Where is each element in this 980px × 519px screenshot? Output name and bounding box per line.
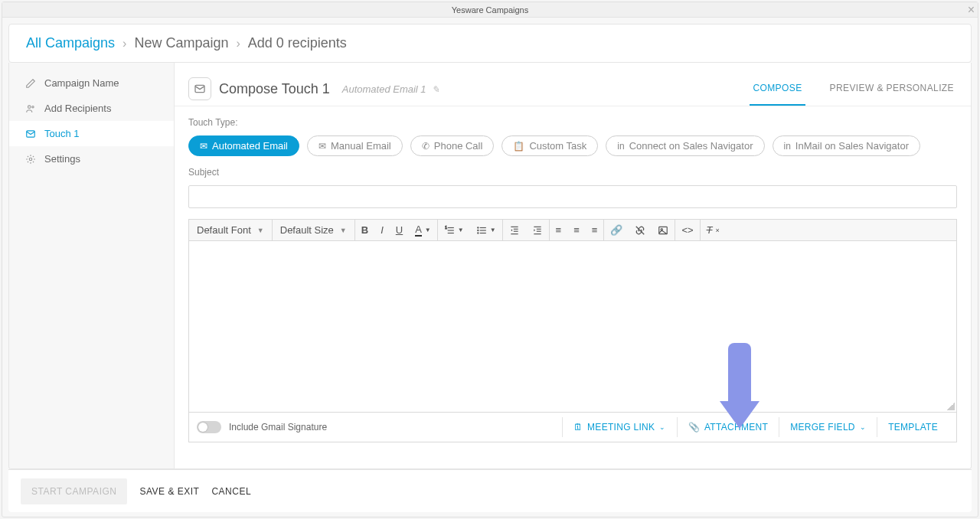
chevron-down-icon: ▼ — [257, 227, 264, 234]
link-button[interactable]: 🔗 — [604, 220, 629, 240]
calendar-icon: 🗓 — [573, 422, 583, 432]
chip-custom-task[interactable]: 📋 Custom Task — [501, 135, 598, 156]
bottom-bar: START CAMPAIGN SAVE & EXIT CANCEL — [8, 469, 972, 512]
image-button[interactable] — [652, 221, 675, 240]
unlink-button[interactable] — [629, 221, 652, 240]
sidebar-item-add-recipients[interactable]: Add Recipients — [9, 96, 174, 121]
start-campaign-button: START CAMPAIGN — [21, 478, 127, 504]
compose-header-left: Compose Touch 1 Automated Email 1 ✎ — [188, 77, 439, 100]
font-family-select[interactable]: Default Font ▼ — [189, 220, 272, 240]
body: Campaign Name Add Recipients Touch 1 Set… — [8, 63, 972, 469]
sidebar-item-settings[interactable]: Settings — [9, 146, 174, 171]
chip-automated-email[interactable]: ✉ Automated Email — [188, 135, 299, 156]
paperclip-icon: 📎 — [688, 422, 700, 432]
footer-actions: 🗓 MEETING LINK ⌄ 📎 ATTACHMENT MERGE FIEL… — [562, 417, 949, 437]
merge-field-button[interactable]: MERGE FIELD ⌄ — [779, 417, 877, 437]
text-color-button[interactable]: A▼ — [409, 220, 437, 240]
linkedin-icon: in — [617, 141, 624, 152]
save-exit-button[interactable]: SAVE & EXIT — [139, 486, 199, 497]
clear-formatting-button[interactable]: T× — [701, 220, 726, 240]
chip-label: Custom Task — [529, 140, 586, 152]
align-right-button[interactable]: ≡ — [586, 220, 604, 240]
tab-preview[interactable]: PREVIEW & PERSONALIZE — [827, 72, 957, 106]
chip-label: Manual Email — [331, 140, 391, 152]
signature-toggle[interactable] — [197, 421, 221, 433]
font-size-label: Default Size — [280, 224, 334, 236]
svg-point-3 — [29, 158, 32, 161]
bold-button[interactable]: B — [355, 220, 374, 240]
window-title: Yesware Campaigns — [452, 5, 528, 15]
chip-connect-sales-navigator[interactable]: in Connect on Sales Navigator — [606, 135, 764, 156]
sidebar-item-label: Add Recipients — [44, 103, 111, 114]
sidebar-item-label: Settings — [44, 153, 80, 165]
attachment-button[interactable]: 📎 ATTACHMENT — [677, 417, 779, 437]
ordered-list-button[interactable]: 1 ▼ — [438, 221, 470, 240]
subject-section: Subject — [175, 156, 971, 208]
subject-label: Subject — [188, 167, 957, 178]
sidebar: Campaign Name Add Recipients Touch 1 Set… — [9, 63, 175, 468]
action-label: ATTACHMENT — [704, 422, 768, 432]
subject-input[interactable] — [188, 185, 957, 208]
chip-manual-email[interactable]: ✉ Manual Email — [307, 135, 403, 156]
svg-text:1: 1 — [445, 225, 447, 229]
italic-button[interactable]: I — [374, 220, 390, 240]
action-label: MERGE FIELD — [790, 422, 855, 432]
editor-toolbar: Default Font ▼ Default Size ▼ B I U — [188, 219, 957, 241]
meeting-link-button[interactable]: 🗓 MEETING LINK ⌄ — [562, 417, 677, 437]
svg-point-10 — [477, 230, 478, 230]
chip-label: Connect on Sales Navigator — [629, 140, 753, 152]
tab-compose[interactable]: COMPOSE — [750, 72, 805, 106]
gear-icon — [24, 154, 37, 165]
chip-label: InMail on Sales Navigator — [795, 140, 909, 152]
editor-footer: Include Gmail Signature 🗓 MEETING LINK ⌄… — [188, 413, 957, 442]
font-size-select[interactable]: Default Size ▼ — [273, 220, 354, 240]
breadcrumb: All Campaigns › New Campaign › Add 0 rec… — [8, 24, 972, 63]
indent-button[interactable] — [526, 221, 549, 240]
titlebar: Yesware Campaigns × — [2, 2, 978, 18]
clipboard-icon: 📋 — [513, 141, 524, 152]
close-icon[interactable]: × — [968, 3, 975, 17]
underline-button[interactable]: U — [390, 220, 409, 240]
chevron-right-icon: › — [122, 37, 126, 51]
mail-icon: ✉ — [318, 141, 326, 152]
sidebar-item-label: Campaign Name — [44, 77, 119, 89]
align-left-button[interactable]: ≡ — [550, 220, 568, 240]
editor-textarea[interactable] — [188, 241, 957, 413]
page-title: Compose Touch 1 — [219, 81, 330, 97]
sidebar-item-touch-1[interactable]: Touch 1 — [9, 121, 174, 146]
outdent-button[interactable] — [503, 221, 526, 240]
unordered-list-button[interactable]: ▼ — [470, 221, 502, 240]
code-view-button[interactable]: <> — [675, 220, 699, 240]
chevron-down-icon: ⌄ — [860, 423, 866, 431]
compose-header: Compose Touch 1 Automated Email 1 ✎ COMP… — [175, 63, 971, 106]
edit-icon[interactable]: ✎ — [432, 84, 439, 95]
chevron-down-icon: ▼ — [425, 227, 431, 233]
chevron-right-icon: › — [236, 37, 240, 51]
svg-point-11 — [477, 232, 478, 233]
action-label: TEMPLATE — [888, 422, 938, 432]
chip-inmail-sales-navigator[interactable]: in InMail on Sales Navigator — [773, 135, 920, 156]
align-center-button[interactable]: ≡ — [567, 220, 586, 240]
sidebar-item-label: Touch 1 — [44, 128, 80, 139]
chevron-down-icon: ▼ — [490, 227, 496, 233]
mail-icon — [24, 129, 37, 139]
svg-point-9 — [477, 227, 478, 227]
compose-subtitle-text: Automated Email 1 — [342, 83, 426, 95]
template-button[interactable]: TEMPLATE — [877, 417, 949, 437]
chip-phone-call[interactable]: ✆ Phone Call — [410, 135, 495, 156]
font-family-label: Default Font — [197, 224, 251, 236]
pencil-icon — [24, 78, 37, 89]
chevron-down-icon: ▼ — [458, 227, 464, 233]
touch-type-section: Touch Type: ✉ Automated Email ✉ Manual E… — [175, 106, 971, 156]
compose-tabs: COMPOSE PREVIEW & PERSONALIZE — [750, 72, 957, 106]
breadcrumb-new-campaign: New Campaign — [134, 35, 228, 51]
svg-point-1 — [32, 106, 34, 107]
chip-label: Phone Call — [434, 140, 483, 152]
cancel-button[interactable]: CANCEL — [211, 486, 251, 497]
mail-icon: ✉ — [200, 141, 207, 152]
chevron-down-icon: ⌄ — [659, 423, 665, 431]
breadcrumb-root[interactable]: All Campaigns — [26, 35, 115, 51]
app-window: Yesware Campaigns × All Campaigns › New … — [2, 2, 978, 517]
phone-icon: ✆ — [422, 141, 430, 152]
sidebar-item-campaign-name[interactable]: Campaign Name — [9, 70, 174, 96]
